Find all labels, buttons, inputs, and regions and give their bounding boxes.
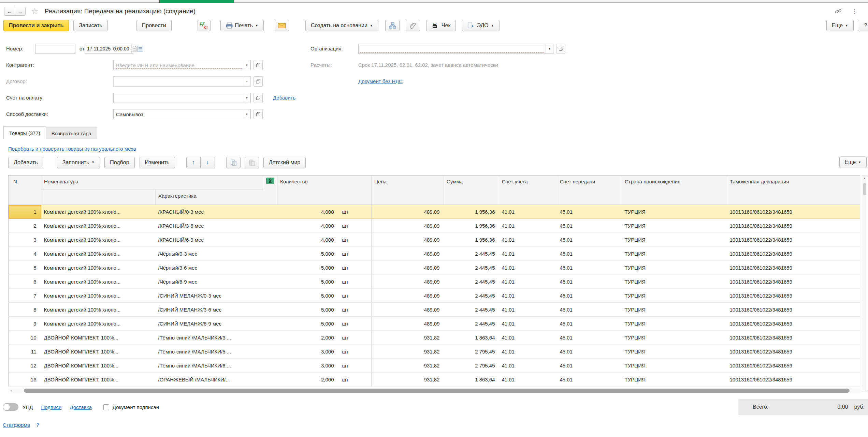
cell-marking[interactable]	[263, 359, 277, 373]
send-email-button[interactable]	[275, 20, 289, 31]
cell-nomenclature[interactable]: Комплект детский,100% хлопо...	[41, 219, 156, 233]
cell-nomenclature[interactable]: Комплект детский,100% хлопо...	[41, 317, 156, 331]
cell-n[interactable]: 5	[9, 261, 41, 275]
cell-declaration[interactable]: 10013160/061022/3481659	[727, 219, 860, 233]
cell-unit[interactable]: шт	[338, 275, 372, 289]
cell-quantity[interactable]: 2,000	[277, 331, 338, 345]
cell-sum[interactable]: 2 445,45	[444, 275, 499, 289]
horizontal-scrollbar[interactable]: ◄	[8, 388, 860, 393]
cell-country[interactable]: ТУРЦИЯ	[622, 303, 727, 317]
cell-unit[interactable]: шт	[338, 303, 372, 317]
cell-sum[interactable]: 2 445,45	[444, 303, 499, 317]
fill-button[interactable]: Заполнить ▼	[57, 157, 100, 168]
organization-open-button[interactable]	[556, 44, 565, 54]
cell-marking[interactable]	[263, 205, 277, 219]
delivery-method-field[interactable]: ▼	[113, 109, 251, 119]
cell-declaration[interactable]: 10013160/061022/3481659	[727, 205, 860, 219]
cell-n[interactable]: 11	[9, 345, 41, 359]
cell-sum[interactable]: 2 445,45	[444, 247, 499, 261]
cell-quantity[interactable]: 3,000	[277, 359, 338, 373]
copy-rows-button[interactable]	[226, 157, 241, 168]
chevron-down-icon[interactable]: ▼	[243, 109, 250, 119]
document-signed-checkbox[interactable]	[103, 404, 109, 410]
invoice-input[interactable]	[114, 93, 243, 103]
cell-marking[interactable]	[263, 275, 277, 289]
cell-sum[interactable]: 1 956,36	[444, 219, 499, 233]
chevron-down-icon[interactable]: ▼	[243, 60, 250, 70]
table-row[interactable]: 8Комплект детский,100% хлопо.../СИНИЙ МЕ…	[9, 303, 860, 317]
cell-unit[interactable]: шт	[338, 247, 372, 261]
cell-quantity[interactable]: 5,000	[277, 303, 338, 317]
cell-price[interactable]: 489,09	[372, 275, 444, 289]
cell-declaration[interactable]: 10013160/061022/3481659	[727, 233, 860, 247]
chevron-down-icon[interactable]: ▼	[243, 93, 250, 103]
cell-country[interactable]: ТУРЦИЯ	[622, 233, 727, 247]
table-row[interactable]: 2Комплект детский,100% хлопо.../КРАСНЫЙ/…	[9, 219, 860, 233]
cell-quantity[interactable]: 2,000	[277, 373, 338, 387]
cell-declaration[interactable]: 10013160/061022/3481659	[727, 247, 860, 261]
cell-price[interactable]: 931,82	[372, 373, 444, 387]
print-button[interactable]: Печать ▼	[220, 20, 264, 31]
table-row[interactable]: 5Комплект детский,100% хлопо.../Чёрный/3…	[9, 261, 860, 275]
cell-unit[interactable]: шт	[338, 233, 372, 247]
cell-n[interactable]: 12	[9, 359, 41, 373]
cell-quantity[interactable]: 4,000	[277, 233, 338, 247]
cell-nomenclature[interactable]: Комплект детский,100% хлопо...	[41, 261, 156, 275]
cell-price[interactable]: 931,82	[372, 331, 444, 345]
cell-characteristic[interactable]: /ОРАНЖЕВЫЙ /МАЛЬЧИКИ/...	[156, 373, 263, 387]
cell-country[interactable]: ТУРЦИЯ	[622, 247, 727, 261]
cell-characteristic[interactable]: /СИНИЙ МЕЛАНЖ/0-3 мес	[156, 289, 263, 303]
cell-unit[interactable]: шт	[338, 331, 372, 345]
move-row-up-button[interactable]: ↑	[186, 157, 201, 168]
cell-n[interactable]: 3	[9, 233, 41, 247]
cell-account[interactable]: 41.01	[499, 303, 557, 317]
cell-country[interactable]: ТУРЦИЯ	[622, 261, 727, 275]
organization-field[interactable]: ▼	[358, 44, 553, 54]
upd-toggle[interactable]	[3, 403, 18, 411]
cell-characteristic[interactable]: /КРАСНЫЙ/3-6 мес	[156, 219, 263, 233]
cell-account[interactable]: 41.01	[499, 205, 557, 219]
cell-marking[interactable]	[263, 303, 277, 317]
delivery-link[interactable]: Доставка	[70, 404, 91, 410]
cell-account[interactable]: 41.01	[499, 359, 557, 373]
cell-sum[interactable]: 2 445,45	[444, 289, 499, 303]
cell-nomenclature[interactable]: ДВОЙНОЙ КОМПЛЕКТ, 100%...	[41, 359, 156, 373]
save-button[interactable]: Записать	[73, 20, 107, 31]
cell-price[interactable]: 489,09	[372, 317, 444, 331]
favorite-star-icon[interactable]: ☆	[31, 7, 39, 15]
cell-characteristic[interactable]: /КРАСНЫЙ/6-9 мес	[156, 233, 263, 247]
table-row[interactable]: 12ДВОЙНОЙ КОМПЛЕКТ, 100%.../Тёмно-синий …	[9, 359, 860, 373]
pick-button[interactable]: Подбор	[104, 157, 134, 168]
table-row[interactable]: 11ДВОЙНОЙ КОМПЛЕКТ, 100%.../Тёмно-синий …	[9, 345, 860, 359]
cell-quantity[interactable]: 4,000	[277, 205, 338, 219]
cell-n[interactable]: 13	[9, 373, 41, 387]
cell-quantity[interactable]: 5,000	[277, 247, 338, 261]
cell-country[interactable]: ТУРЦИЯ	[622, 219, 727, 233]
cell-transfer-account[interactable]: 45.01	[557, 275, 622, 289]
cell-price[interactable]: 931,82	[372, 359, 444, 373]
cell-n[interactable]: 1	[9, 205, 41, 219]
cell-marking[interactable]	[263, 317, 277, 331]
cell-price[interactable]: 489,09	[372, 289, 444, 303]
chevron-down-icon[interactable]: ▼	[546, 44, 553, 54]
cell-nomenclature[interactable]: Комплект детский,100% хлопо...	[41, 275, 156, 289]
cell-nomenclature[interactable]: Комплект детский,100% хлопо...	[41, 205, 156, 219]
cell-declaration[interactable]: 10013160/061022/3481659	[727, 373, 860, 387]
cell-nomenclature[interactable]: Комплект детский,100% хлопо...	[41, 303, 156, 317]
add-row-button[interactable]: Добавить	[8, 157, 43, 168]
scroll-left-icon[interactable]: ◄	[10, 389, 13, 392]
cell-sum[interactable]: 2 445,45	[444, 261, 499, 275]
signatures-link[interactable]: Подписи	[41, 404, 61, 410]
cell-quantity[interactable]: 3,000	[277, 345, 338, 359]
table-row[interactable]: 4Комплект детский,100% хлопо.../Чёрный/0…	[9, 247, 860, 261]
cell-n[interactable]: 4	[9, 247, 41, 261]
cell-marking[interactable]	[263, 331, 277, 345]
cell-transfer-account[interactable]: 45.01	[557, 219, 622, 233]
cell-sum[interactable]: 1 863,64	[444, 373, 499, 387]
cell-country[interactable]: ТУРЦИЯ	[622, 289, 727, 303]
cell-country[interactable]: ТУРЦИЯ	[622, 345, 727, 359]
document-list-icon[interactable]	[137, 46, 143, 52]
cell-transfer-account[interactable]: 45.01	[557, 303, 622, 317]
cell-account[interactable]: 41.01	[499, 261, 557, 275]
cell-transfer-account[interactable]: 45.01	[557, 317, 622, 331]
